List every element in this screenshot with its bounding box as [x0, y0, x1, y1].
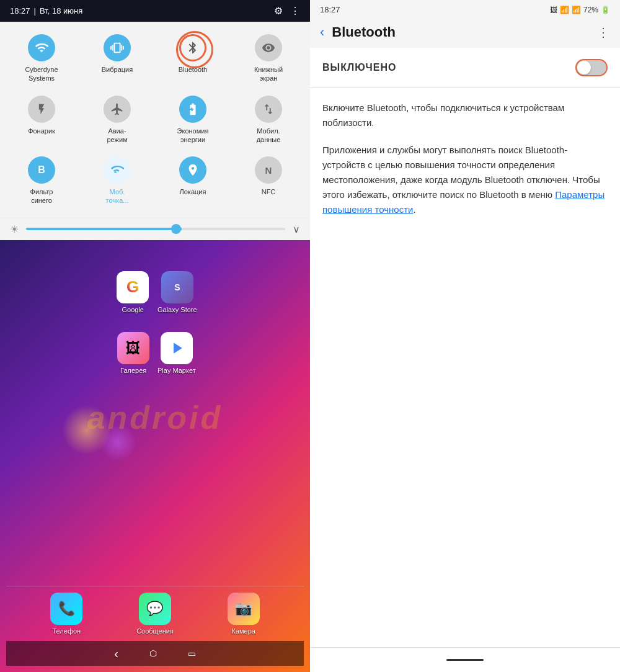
bluetooth-header: ‹ Bluetooth ⋮	[310, 19, 620, 48]
brightness-icon: ☀	[10, 223, 19, 235]
status-bar-right: 18:27 🖼 📶 📶 72% 🔋	[310, 0, 620, 19]
time-date: 18:27 | Вт, 18 июня	[10, 6, 82, 16]
qs-bluetooth[interactable]: Bluetooth	[156, 29, 229, 88]
signal-icon: 📶	[572, 6, 581, 14]
home-nav-btn[interactable]: ⬡	[149, 648, 157, 658]
galaxy-store-label: Galaxy Store	[157, 306, 197, 313]
battery-right: 72%	[583, 6, 598, 14]
bluetooth-toggle-row: ВЫКЛЮЧЕНО	[310, 48, 620, 88]
recents-nav-btn[interactable]: ▭	[188, 648, 196, 658]
qs-blue-filter[interactable]: B Фильтрсинего	[5, 151, 78, 210]
phone-label: Телефон	[53, 627, 81, 635]
location-label: Локация	[180, 187, 206, 196]
google-label: Google	[122, 306, 143, 313]
phone-app[interactable]: 📞 Телефон	[25, 593, 108, 635]
dock-row: 📞 Телефон 💬 Сообщения 📷 Камера	[6, 586, 304, 641]
book-label: Книжныйэкран	[254, 65, 283, 83]
camera-label: Камера	[231, 627, 255, 635]
google-app[interactable]: G Google	[113, 271, 153, 313]
status-bar-left: 18:27 | Вт, 18 июня ⚙ ⋮	[0, 0, 310, 22]
home-screen: android G Google S Galaxy Store 🖼 Галере…	[0, 240, 310, 672]
blue-filter-label: Фильтрсинего	[30, 187, 53, 205]
gallery-icon: 🖼	[117, 332, 149, 364]
qs-wifi[interactable]: CyberdyneSystems	[5, 29, 78, 88]
play-market-app[interactable]: Play Маркет	[157, 332, 196, 374]
flashlight-label: Фонарик	[28, 127, 55, 135]
messages-app[interactable]: 💬 Сообщения	[113, 593, 197, 635]
qs-airplane[interactable]: Авиа-режим	[81, 91, 154, 150]
right-panel: 18:27 🖼 📶 📶 72% 🔋 ‹ Bluetooth ⋮ ВЫКЛЮЧЕН…	[310, 0, 620, 672]
nav-bar-right	[310, 647, 620, 672]
gallery-app[interactable]: 🖼 Галерея	[114, 332, 153, 374]
nfc-icon: N	[255, 156, 282, 184]
bluetooth-ring	[176, 31, 213, 68]
location-icon	[179, 156, 206, 184]
nav-bar-line	[446, 659, 484, 661]
galaxy-store-app[interactable]: S Galaxy Store	[157, 271, 197, 313]
bluetooth-icon	[179, 34, 206, 61]
image-icon: 🖼	[550, 6, 557, 14]
hotspot-label: Моб.точка...	[106, 187, 129, 205]
bt-description-para1: Включите Bluetooth, чтобы подключиться к…	[322, 101, 608, 130]
more-icon-left[interactable]: ⋮	[290, 5, 300, 17]
camera-app[interactable]: 📷 Камера	[202, 593, 285, 635]
settings-icon[interactable]: ⚙	[274, 5, 283, 17]
app-grid: G Google S Galaxy Store	[100, 265, 209, 320]
back-nav-btn[interactable]: ‹	[114, 647, 118, 661]
qs-book[interactable]: Книжныйэкран	[232, 29, 305, 88]
status-icons-left: ⚙ ⋮	[274, 5, 300, 17]
bluetooth-status-text: ВЫКЛЮЧЕНО	[322, 62, 396, 73]
wifi-icon	[28, 34, 55, 61]
camera-icon: 📷	[228, 593, 260, 625]
vibration-label: Вибрация	[102, 65, 133, 74]
qs-flashlight[interactable]: Фонарик	[5, 91, 78, 150]
wifi-status-icon: 📶	[560, 6, 569, 14]
left-panel: 18:27 | Вт, 18 июня ⚙ ⋮ CyberdyneSystems	[0, 0, 310, 672]
battery-save-icon	[179, 96, 206, 123]
battery-icon-right: 🔋	[601, 6, 610, 14]
separator: |	[34, 6, 36, 16]
expand-button[interactable]: ∨	[293, 223, 300, 235]
qs-hotspot[interactable]: Моб.точка...	[81, 151, 154, 210]
nav-bar-left: ‹ ⬡ ▭	[6, 641, 304, 666]
app-grid-mid: 🖼 Галерея Play Маркет	[102, 326, 208, 380]
date-left: Вт, 18 июня	[40, 6, 82, 16]
galaxy-store-icon: S	[161, 271, 193, 303]
quick-settings-panel: CyberdyneSystems Вибрация Bluetooth	[0, 22, 310, 218]
battery-save-label: Экономияэнергии	[177, 127, 209, 145]
hotspot-icon	[104, 156, 131, 184]
play-market-icon	[161, 332, 193, 364]
messages-label: Сообщения	[136, 627, 174, 635]
bt-description-para2: Приложения и службы могут выполнять поис…	[322, 143, 608, 217]
brightness-thumb	[171, 224, 181, 234]
more-options-button[interactable]: ⋮	[597, 25, 610, 40]
qs-battery-save[interactable]: Экономияэнергии	[156, 91, 229, 150]
bluetooth-description: Включите Bluetooth, чтобы подключиться к…	[310, 88, 620, 647]
blue-filter-icon: B	[28, 156, 55, 184]
vibration-icon	[104, 34, 131, 61]
phone-icon: 📞	[50, 593, 82, 625]
flashlight-icon	[28, 96, 55, 123]
qs-location[interactable]: Локация	[156, 151, 229, 210]
wifi-label: CyberdyneSystems	[25, 65, 58, 83]
qs-mobile-data[interactable]: Мобил.данные	[232, 91, 305, 150]
glow-effect-2	[99, 424, 136, 461]
mobile-data-icon	[255, 96, 282, 123]
mobile-data-label: Мобил.данные	[257, 127, 281, 145]
toggle-knob	[577, 61, 591, 74]
status-icons-right: 🖼 📶 📶 72% 🔋	[550, 6, 610, 14]
airplane-label: Авиа-режим	[107, 127, 127, 145]
time-right: 18:27	[320, 5, 340, 14]
brightness-slider[interactable]	[26, 228, 285, 230]
messages-icon: 💬	[139, 593, 171, 625]
glow-effect-1	[62, 405, 112, 455]
qs-nfc[interactable]: N NFC	[232, 151, 305, 210]
play-market-label: Play Маркет	[157, 367, 196, 374]
back-button[interactable]: ‹	[320, 24, 324, 40]
book-icon	[255, 34, 282, 61]
airplane-icon	[104, 96, 131, 123]
qs-vibration[interactable]: Вибрация	[81, 29, 154, 88]
time-left: 18:27	[10, 6, 30, 16]
bluetooth-toggle-switch[interactable]	[575, 59, 608, 76]
nfc-label: NFC	[262, 187, 276, 196]
